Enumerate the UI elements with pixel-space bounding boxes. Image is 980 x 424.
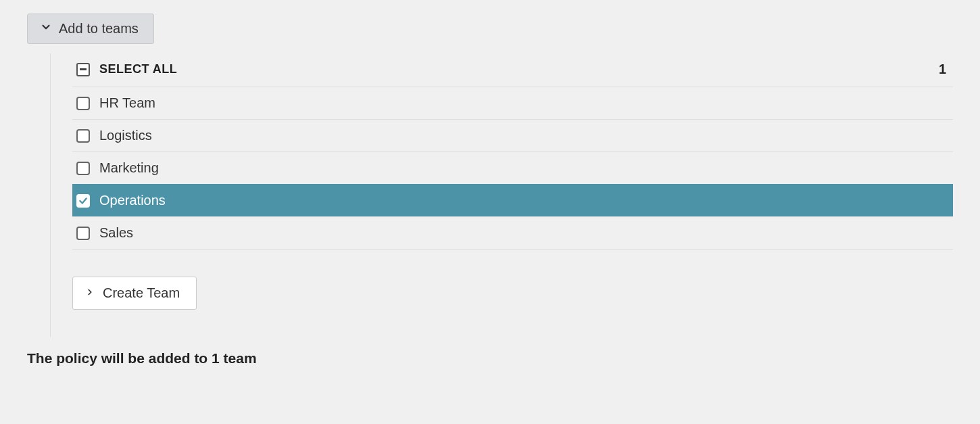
team-name: Marketing	[99, 160, 159, 176]
add-to-teams-toggle[interactable]: Add to teams	[27, 14, 154, 44]
team-checkbox[interactable]	[76, 97, 90, 110]
team-row[interactable]: Logistics	[72, 119, 953, 151]
teams-panel: SELECT ALL 1 HR TeamLogisticsMarketingOp…	[50, 53, 953, 337]
team-list: HR TeamLogisticsMarketingOperationsSales	[72, 87, 953, 250]
add-to-teams-label: Add to teams	[59, 21, 139, 37]
team-row[interactable]: Marketing	[72, 151, 953, 184]
team-name: Sales	[99, 225, 133, 241]
team-checkbox[interactable]	[76, 129, 90, 143]
team-name: Logistics	[99, 128, 152, 143]
select-all-label: SELECT ALL	[99, 62, 177, 76]
create-team-label: Create Team	[103, 285, 180, 301]
select-all-row[interactable]: SELECT ALL 1	[72, 53, 953, 87]
team-name: Operations	[99, 193, 166, 208]
team-name: HR Team	[99, 95, 155, 111]
team-row[interactable]: Sales	[72, 216, 953, 249]
summary-text: The policy will be added to 1 team	[27, 337, 953, 367]
create-team-button[interactable]: Create Team	[72, 277, 197, 310]
team-row[interactable]: HR Team	[72, 87, 953, 119]
team-checkbox[interactable]	[76, 162, 90, 175]
selected-count: 1	[939, 62, 949, 77]
team-checkbox[interactable]	[76, 227, 90, 240]
team-checkbox[interactable]	[76, 194, 90, 208]
chevron-down-icon	[40, 21, 52, 37]
select-all-checkbox[interactable]	[76, 63, 90, 76]
team-row[interactable]: Operations	[72, 184, 953, 216]
chevron-right-icon	[85, 285, 95, 301]
